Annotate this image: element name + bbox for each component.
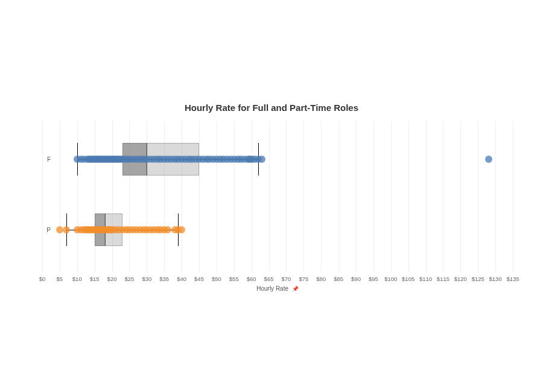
grid-line: [513, 121, 513, 272]
x-tick-label: $125: [472, 276, 484, 282]
x-tick-label: $25: [125, 276, 135, 282]
x-axis-title: Hourly Rate 📌: [42, 285, 513, 292]
x-tick-label: $135: [506, 276, 519, 282]
x-tick-label: $75: [299, 276, 308, 282]
x-tick-label: $105: [402, 276, 414, 282]
x-tick-label: $65: [264, 276, 274, 282]
data-point[interactable]: [164, 226, 171, 233]
x-tick-label: $20: [107, 276, 117, 282]
x-tick-label: $50: [212, 276, 221, 282]
x-tick-label: $40: [177, 276, 186, 282]
x-tick-label: $85: [334, 276, 343, 282]
chart-container: Hourly Rate for Full and Part-Time Roles…: [30, 103, 513, 278]
data-point[interactable]: [56, 226, 63, 233]
x-tick-label: $35: [159, 276, 169, 282]
x-tick-label: $0: [39, 276, 46, 282]
data-point[interactable]: [258, 156, 265, 163]
data-point[interactable]: [63, 226, 70, 233]
chart-title: Hourly Rate for Full and Part-Time Roles: [30, 103, 513, 113]
x-tick-label: $15: [90, 276, 100, 282]
x-axis: Hourly Rate 📌 $0$5$10$15$20$25$30$35$40$…: [42, 273, 513, 297]
x-tick-label: $55: [229, 276, 239, 282]
x-tick-label: $5: [57, 276, 63, 282]
x-tick-label: $80: [316, 276, 326, 282]
x-tick-label: $115: [437, 276, 449, 282]
series-row-P: [42, 209, 513, 251]
x-tick-label: $95: [369, 276, 378, 282]
plot: FP Hourly Rate 📌 $0$5$10$15$20$25$30$35$…: [30, 121, 513, 278]
x-tick-label: $60: [247, 276, 256, 282]
plot-area[interactable]: FP: [42, 121, 513, 272]
x-tick-label: $120: [454, 276, 467, 282]
data-point[interactable]: [485, 156, 492, 163]
x-tick-label: $10: [72, 276, 82, 282]
series-row-F: [42, 138, 513, 180]
x-tick-label: $45: [194, 276, 204, 282]
x-tick-label: $110: [419, 276, 432, 282]
sort-icon[interactable]: 📌: [292, 286, 299, 292]
x-tick-label: $30: [142, 276, 151, 282]
x-tick-label: $70: [282, 276, 291, 282]
x-tick-label: $100: [384, 276, 397, 282]
x-tick-label: $130: [489, 276, 502, 282]
x-tick-label: $90: [351, 276, 361, 282]
data-point[interactable]: [178, 226, 185, 233]
